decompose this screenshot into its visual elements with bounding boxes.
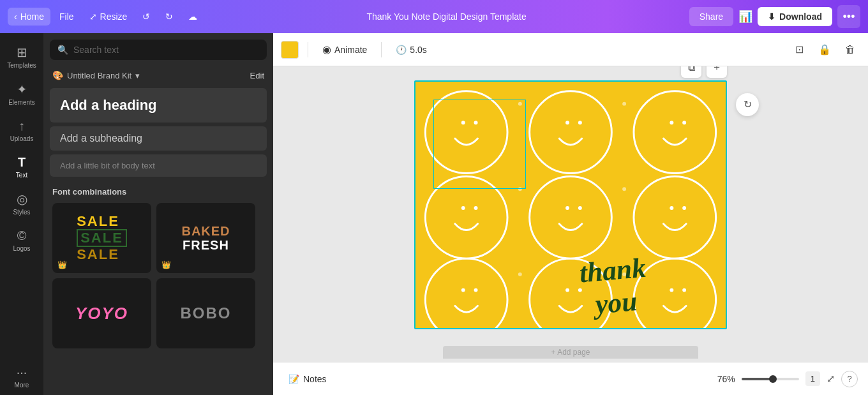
add-page-icon-button[interactable]: ＋ [707, 66, 727, 78]
svg-point-29 [518, 187, 522, 191]
search-bar: 🔍 [50, 40, 267, 60]
duration-label: 5.0s [410, 45, 426, 55]
next-page-strip[interactable]: + Add page [443, 346, 698, 359]
analytics-icon[interactable]: 📊 [738, 10, 752, 24]
font-combos-row2: YOYO BOBO [43, 276, 273, 351]
font-combo-baked[interactable]: BAKED FRESH 👑 [156, 203, 255, 273]
sale-line-2: SALE [77, 229, 127, 247]
sidebar-item-more[interactable]: ··· More [0, 360, 43, 394]
brand-kit-info: 🎨 Untitled Brand Kit ▾ [52, 70, 140, 80]
redo-button[interactable]: ↻ [159, 8, 179, 26]
home-button[interactable]: ‹ Home [8, 8, 50, 26]
styles-label: Styles [13, 209, 30, 216]
cloud-save-button[interactable]: ☁ [182, 8, 204, 26]
font-combinations-title: Font combinations [43, 181, 273, 200]
baked-text-preview: BAKED FRESH [181, 224, 230, 252]
zoom-slider[interactable] [742, 378, 799, 380]
font-combinations-grid: SALE SALE SALE 👑 BAKED FRESH 👑 [43, 200, 273, 276]
expand-button[interactable]: ⤢ [827, 373, 835, 385]
svg-point-5 [578, 121, 582, 124]
header: ‹ Home File ⤢ Resize ↺ ↻ ☁ Thank You Not… [0, 0, 868, 33]
lock-icon-button[interactable]: 🔒 [814, 40, 835, 60]
svg-text:thank: thank [578, 251, 647, 288]
sidebar-item-styles[interactable]: ◎ Styles [0, 186, 43, 221]
cloud-icon: ☁ [188, 11, 197, 22]
svg-point-28 [622, 101, 626, 105]
sidebar-item-uploads[interactable]: ↑ Uploads [0, 114, 43, 147]
resize-button[interactable]: ⤢ Resize [83, 8, 134, 26]
sidebar-item-text[interactable]: T Text [0, 150, 43, 184]
search-input[interactable] [73, 45, 259, 55]
font-combo-sale[interactable]: SALE SALE SALE 👑 [52, 203, 151, 273]
svg-point-8 [682, 121, 686, 124]
zoom-slider-fill [742, 378, 774, 380]
font-combo-3[interactable]: YOYO [52, 278, 151, 348]
canvas-area: ◉ Animate 🕐 5.0s ⊡ 🔒 🗑 [273, 33, 868, 395]
trash-icon: 🗑 [845, 44, 855, 56]
share-button[interactable]: Share [689, 7, 733, 26]
baked-line-1: BAKED [181, 224, 230, 238]
trash-icon-button[interactable]: 🗑 [840, 40, 860, 60]
svg-point-14 [578, 205, 582, 209]
add-page-label: + Add page [551, 348, 590, 357]
download-button[interactable]: ⬇ Download [758, 7, 832, 26]
svg-point-30 [622, 187, 626, 191]
more-options-button[interactable]: ••• [837, 5, 860, 28]
copy-page-button[interactable]: ⧉ [681, 66, 701, 78]
canvas-content: ⊞ ＋ ⧉ ＋ [273, 66, 868, 343]
header-actions: Share 📊 ⬇ Download ••• [689, 5, 860, 28]
svg-point-22 [565, 288, 569, 292]
footer-right: 76% 1 ⤢ ? [717, 371, 858, 387]
notes-label: Notes [303, 374, 327, 384]
svg-point-27 [518, 101, 522, 105]
notes-icon: 📝 [288, 374, 299, 384]
font-combo-4[interactable]: BOBO [156, 278, 255, 348]
brand-kit-row: 🎨 Untitled Brand Kit ▾ Edit [43, 66, 273, 84]
layout-icon-button[interactable]: ⊡ [789, 40, 809, 60]
duration-button[interactable]: 🕐 5.0s [391, 41, 431, 58]
brand-kit-edit-link[interactable]: Edit [250, 71, 264, 80]
copy-icon: ⧉ [688, 66, 695, 73]
help-button[interactable]: ? [841, 371, 858, 387]
elements-icon: ✦ [17, 82, 27, 97]
download-icon: ⬇ [768, 11, 775, 22]
animate-button[interactable]: ◉ Animate [317, 40, 372, 59]
redo-icon: ↻ [165, 11, 173, 22]
add-subheading-button[interactable]: Add a subheading [50, 126, 267, 151]
home-label: Home [20, 11, 44, 22]
animate-icon: ◉ [322, 43, 331, 56]
sidebar-item-logos[interactable]: © Logos [0, 223, 43, 257]
svg-point-16 [670, 205, 673, 209]
svg-point-2 [474, 121, 478, 124]
svg-point-24 [634, 258, 716, 328]
svg-point-11 [474, 205, 478, 209]
svg-point-9 [425, 176, 507, 258]
sidebar-item-templates[interactable]: ⊞ Templates [0, 40, 43, 74]
page-number: 1 [805, 371, 820, 386]
baked-line-2: FRESH [183, 238, 229, 252]
add-body-button[interactable]: Add a little bit of body text [50, 154, 267, 177]
add-heading-button[interactable]: Add a heading [50, 88, 267, 123]
sale-line-1: SALE [77, 214, 119, 229]
brand-kit-icon: 🎨 [52, 70, 63, 80]
file-label: File [59, 11, 74, 22]
toolbar-separator [308, 42, 308, 57]
text-styles: Add a heading Add a subheading Add a lit… [43, 84, 273, 181]
header-nav: ‹ Home File ⤢ Resize ↺ ↻ ☁ [8, 8, 204, 26]
svg-point-25 [670, 288, 673, 292]
notes-button[interactable]: 📝 Notes [283, 371, 332, 387]
svg-point-6 [634, 91, 716, 173]
logos-icon: © [17, 228, 27, 243]
templates-label: Templates [7, 62, 36, 69]
more-icon: ··· [17, 365, 27, 380]
file-button[interactable]: File [53, 8, 80, 26]
sidebar-item-elements[interactable]: ✦ Elements [0, 77, 43, 111]
sale-line-3: SALE [77, 247, 119, 262]
refresh-button[interactable]: ↻ [736, 93, 759, 116]
undo-button[interactable]: ↺ [136, 8, 156, 26]
color-swatch[interactable] [281, 41, 299, 59]
elements-label: Elements [8, 99, 35, 106]
canvas-design[interactable]: thank you [414, 80, 727, 329]
plus-icon: ＋ [712, 66, 722, 74]
zoom-handle[interactable] [769, 375, 777, 383]
